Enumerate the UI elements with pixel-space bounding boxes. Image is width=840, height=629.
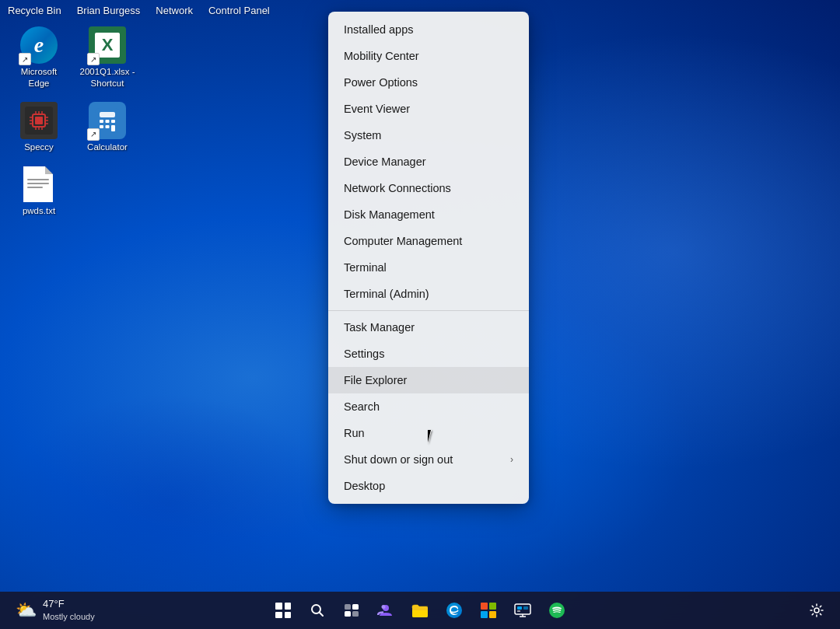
menu-item-terminal-admin[interactable]: Terminal (Admin) [328,281,529,307]
svg-rect-43 [489,611,496,618]
top-bar-network[interactable]: Network [156,5,193,16]
menu-item-network-connections[interactable]: Network Connections [328,175,529,201]
menu-item-settings[interactable]: Settings [328,341,529,367]
menu-item-device-manager[interactable]: Device Manager [328,149,529,175]
weather-text: 47°F Mostly cloudy [43,598,95,622]
weather-icon: ⛅ [16,600,37,620]
edge-label: Microsoft Edge [11,66,67,89]
spotify-icon [548,602,565,619]
desktop-icon-calculator[interactable]: ↗ Calculator [76,99,138,156]
calc-icon-container: ↗ [89,102,126,139]
taskbar-center [268,595,572,626]
task-view-button[interactable] [336,595,367,626]
windows-logo-sq-3 [275,612,282,619]
top-bar-control-panel[interactable]: Control Panel [208,5,270,16]
desktop-icon-edge[interactable]: ↗ Microsoft Edge [8,23,70,93]
svg-rect-18 [106,120,110,123]
svg-rect-44 [515,604,530,614]
menu-item-file-explorer[interactable]: File Explorer [328,367,529,393]
menu-item-desktop[interactable]: Desktop [328,473,529,499]
menu-item-installed-apps[interactable]: Installed apps [328,16,529,43]
svg-point-51 [814,608,819,613]
shut-down-arrow: › [510,454,513,465]
menu-item-mobility-center[interactable]: Mobility Center [328,43,529,69]
svg-rect-33 [352,611,359,617]
microsoft-store-icon [480,602,497,619]
remote-desktop-button[interactable] [507,595,538,626]
menu-item-power-options[interactable]: Power Options [328,69,529,96]
svg-rect-30 [345,604,351,610]
svg-rect-19 [111,120,115,123]
teams-button[interactable] [370,595,401,626]
svg-rect-25 [27,179,49,180]
taskbar-left: ⛅ 47°F Mostly cloudy [9,595,101,625]
search-taskbar-icon [310,603,325,618]
svg-rect-26 [27,183,49,184]
pwds-label: pwds.txt [23,205,55,217]
svg-point-50 [549,603,565,618]
menu-item-disk-management[interactable]: Disk Management [328,201,529,228]
svg-marker-24 [45,166,53,174]
menu-item-system[interactable]: System [328,122,529,149]
svg-rect-38 [412,607,428,610]
svg-rect-40 [481,603,488,610]
desktop-icon-excel[interactable]: X ↗ 2001Q1.xlsx - Shortcut [76,23,138,93]
desktop-icon-speccy[interactable]: Speccy [8,99,70,156]
speccy-icon [20,102,58,139]
menu-item-task-manager[interactable]: Task Manager [328,314,529,341]
windows-logo-icon [275,603,291,618]
svg-rect-41 [489,603,496,610]
top-bar-brian-burgess[interactable]: Brian Burgess [77,5,141,16]
top-bar-recycle-bin[interactable]: Recycle Bin [8,5,61,16]
remote-desktop-icon [514,602,531,619]
svg-rect-22 [111,125,115,131]
microsoft-store-button[interactable] [473,595,504,626]
svg-rect-31 [352,604,359,610]
shortcut-arrow-excel: ↗ [87,53,100,65]
speccy-label: Speccy [24,142,54,153]
edge-icon-container: ↗ [20,26,58,64]
windows-logo-sq-2 [285,603,292,610]
file-explorer-button[interactable] [404,595,436,626]
speccy-icon-container [20,102,58,139]
windows-logo-sq-1 [275,603,282,610]
svg-rect-27 [27,187,43,188]
search-taskbar-button[interactable] [302,595,333,626]
weather-description: Mostly cloudy [43,611,95,622]
settings-tray-button[interactable] [803,596,831,624]
txt-icon-container [20,166,58,203]
taskbar: ⛅ 47°F Mostly cloudy [0,592,840,629]
shortcut-arrow-calc: ↗ [87,128,100,141]
svg-rect-47 [517,606,522,610]
menu-item-shut-down[interactable]: Shut down or sign out › [328,446,529,473]
svg-rect-48 [523,606,528,610]
svg-point-39 [446,603,462,618]
taskbar-right [803,596,831,624]
teams-icon [377,602,394,619]
start-button[interactable] [268,595,299,626]
svg-rect-2 [35,117,43,124]
task-view-icon [344,603,359,618]
menu-item-search[interactable]: Search [328,393,529,420]
excel-label: 2001Q1.xlsx - Shortcut [79,66,135,89]
excel-icon-container: X ↗ [89,26,126,64]
desktop: Recycle Bin Brian Burgess Network Contro… [0,0,840,629]
svg-rect-49 [517,610,520,612]
svg-rect-16 [100,112,115,117]
menu-item-event-viewer[interactable]: Event Viewer [328,96,529,122]
svg-rect-32 [345,611,351,617]
svg-line-29 [320,613,324,617]
menu-item-terminal[interactable]: Terminal [328,254,529,281]
weather-widget[interactable]: ⛅ 47°F Mostly cloudy [9,595,101,625]
txt-icon [23,166,54,202]
spotify-button[interactable] [541,595,572,626]
edge-taskbar-icon [446,602,463,619]
svg-rect-20 [100,125,103,128]
desktop-icon-pwds[interactable]: pwds.txt [8,162,70,220]
svg-rect-42 [481,611,488,618]
settings-tray-icon [810,603,824,617]
menu-item-run[interactable]: Run [328,420,529,446]
windows-logo-sq-4 [285,612,292,619]
edge-taskbar-button[interactable] [439,595,470,626]
menu-item-computer-management[interactable]: Computer Management [328,228,529,254]
